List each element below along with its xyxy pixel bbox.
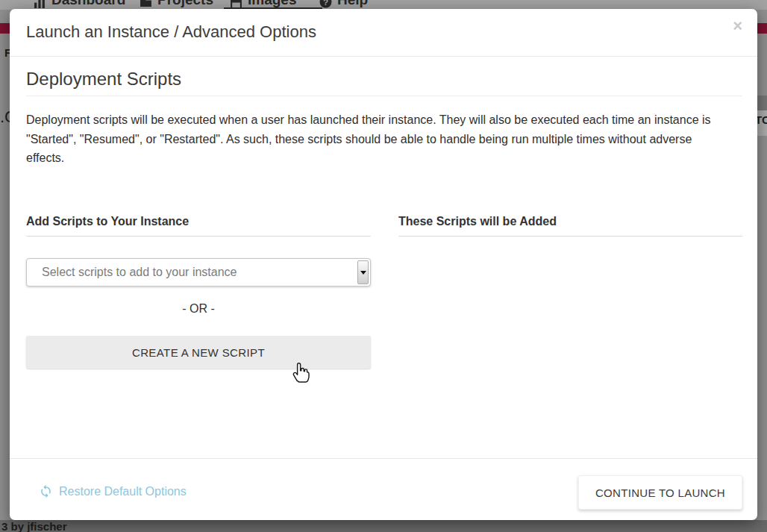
background-bottom-strip	[0, 520, 767, 532]
nav-tab-help[interactable]: ? Help	[319, 0, 368, 8]
create-new-script-button[interactable]: CREATE A NEW SCRIPT	[26, 336, 371, 369]
restore-default-options-link[interactable]: Restore Default Options	[39, 484, 187, 498]
section-description: Deployment scripts will be executed when…	[26, 110, 720, 168]
advanced-options-modal: Launch an Instance / Advanced Options × …	[10, 9, 757, 520]
folder-icon	[140, 0, 152, 8]
nav-tab-label: Projects	[157, 0, 213, 8]
chevron-down-icon	[360, 271, 366, 275]
nav-tab-dashboard[interactable]: Dashboard	[34, 0, 125, 8]
svg-text:?: ?	[323, 0, 328, 7]
nav-tab-label: Help	[337, 0, 368, 8]
sync-icon	[39, 484, 53, 498]
background-text-fragment: 3 by jfischer	[1, 520, 67, 532]
or-separator: - OR -	[26, 302, 371, 316]
close-icon[interactable]: ×	[733, 18, 742, 34]
bar-chart-icon	[34, 0, 46, 8]
screen: Dashboard Projects Images ? Help F. .C T…	[0, 0, 767, 532]
column-heading: These Scripts will be Added	[398, 215, 742, 237]
section-heading-divider	[26, 96, 742, 96]
header-divider	[10, 56, 757, 57]
added-scripts-column: These Scripts will be Added	[398, 215, 742, 237]
select-dropdown-button[interactable]	[357, 260, 369, 284]
nav-tab-projects[interactable]: Projects	[140, 0, 213, 8]
add-scripts-column: Add Scripts to Your Instance Select scri…	[26, 215, 371, 369]
restore-link-label: Restore Default Options	[59, 485, 187, 498]
nav-tab-label: Dashboard	[51, 0, 125, 8]
background-band	[757, 96, 767, 110]
column-heading: Add Scripts to Your Instance	[26, 215, 371, 237]
footer-divider	[10, 458, 757, 459]
scripts-select-placeholder: Select scripts to add to your instance	[27, 259, 370, 286]
scripts-select[interactable]: Select scripts to add to your instance	[26, 258, 371, 287]
modal-title: Launch an Instance / Advanced Options	[26, 22, 316, 42]
continue-to-launch-button[interactable]: CONTINUE TO LAUNCH	[578, 475, 742, 510]
section-heading: Deployment Scripts	[26, 69, 181, 90]
